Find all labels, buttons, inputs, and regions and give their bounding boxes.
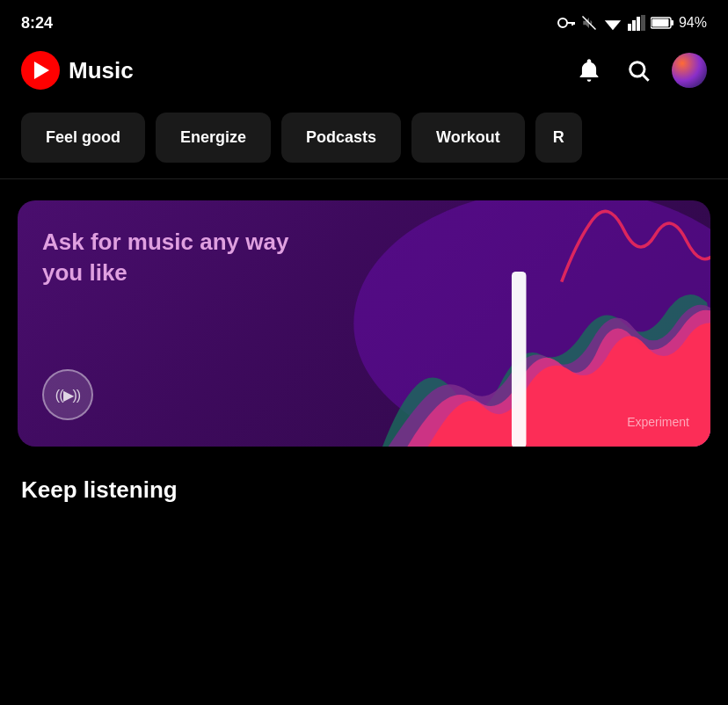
bell-button[interactable] <box>573 55 605 86</box>
svg-rect-8 <box>637 17 640 31</box>
youtube-music-logo <box>21 51 60 90</box>
status-bar: 8:24 94% <box>0 0 728 42</box>
svg-rect-6 <box>628 24 631 31</box>
status-icons: 94% <box>557 15 707 31</box>
svg-rect-12 <box>652 19 668 27</box>
chip-workout[interactable]: Workout <box>411 113 525 163</box>
card-title: Ask for music any way you like <box>42 227 331 288</box>
section-divider <box>0 178 728 179</box>
bell-icon <box>577 57 601 84</box>
chip-feel-good[interactable]: Feel good <box>21 113 145 163</box>
battery-percent: 94% <box>679 15 707 31</box>
signal-icon <box>628 15 645 31</box>
header-actions <box>573 53 707 88</box>
experiment-label: Experiment <box>627 415 689 429</box>
chip-more[interactable]: R <box>535 113 582 163</box>
user-avatar[interactable] <box>672 53 707 88</box>
key-icon <box>557 16 575 30</box>
play-triangle-icon <box>34 62 49 79</box>
wifi-icon <box>603 15 622 31</box>
filter-chips-bar: Feel good Energize Podcasts Workout R <box>0 104 728 175</box>
svg-point-13 <box>630 62 644 76</box>
mute-icon <box>580 15 598 31</box>
svg-rect-16 <box>512 272 527 447</box>
play-button-icon: ((▶)) <box>55 387 80 403</box>
card-play-button[interactable]: ((▶)) <box>42 369 93 420</box>
svg-marker-5 <box>605 20 621 30</box>
status-time: 8:24 <box>21 14 53 33</box>
search-icon <box>626 58 651 83</box>
waveform-visualization <box>312 200 710 447</box>
search-button[interactable] <box>622 55 654 86</box>
app-header: Music <box>0 42 728 104</box>
battery-icon <box>651 17 673 29</box>
svg-rect-11 <box>671 20 673 25</box>
ask-music-card[interactable]: Ask for music any way you like ((▶)) Exp… <box>18 200 710 447</box>
svg-rect-7 <box>632 20 636 31</box>
svg-point-0 <box>558 18 567 27</box>
svg-line-14 <box>643 75 648 80</box>
chip-podcasts[interactable]: Podcasts <box>281 113 401 163</box>
logo-area: Music <box>21 51 134 90</box>
app-title: Music <box>69 57 134 84</box>
waveform-svg <box>312 200 710 447</box>
svg-rect-9 <box>641 15 645 31</box>
chip-energize[interactable]: Energize <box>156 113 271 163</box>
keep-listening-title: Keep listening <box>0 468 728 518</box>
